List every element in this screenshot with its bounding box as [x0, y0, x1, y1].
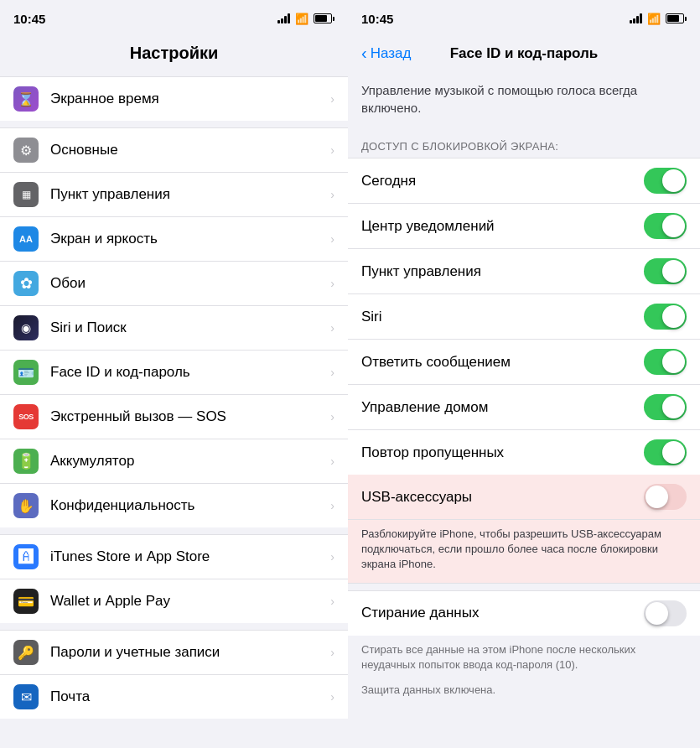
right-signal-icon	[630, 13, 642, 23]
toggle-notifications-label: Центр уведомлений	[361, 218, 644, 235]
toggle-siri[interactable]	[644, 304, 687, 330]
settings-item-appstore[interactable]: 🅰 iTunes Store и App Store ›	[0, 534, 348, 579]
left-status-icons: 📶	[277, 13, 334, 25]
section-screen-time: ⌛ Экранное время ›	[0, 76, 348, 121]
wallet-label: Wallet и Apple Pay	[50, 593, 324, 610]
toggle-missed-calls[interactable]	[644, 439, 687, 465]
left-panel: 10:45 📶 Настройки ⌛ Экранное вр	[0, 0, 348, 748]
settings-item-control[interactable]: ▦ Пункт управления ›	[0, 173, 348, 217]
toggle-erase[interactable]	[644, 600, 687, 626]
nav-bar: ‹ Назад Face ID и код-пароль	[361, 37, 687, 66]
chevron-icon: ›	[330, 92, 334, 106]
chevron-icon: ›	[330, 455, 334, 468]
sos-icon: SOS	[13, 404, 39, 429]
chevron-icon: ›	[330, 277, 334, 290]
settings-item-mail[interactable]: ✉ Почта ›	[0, 675, 348, 719]
toggle-today-label: Сегодня	[361, 173, 644, 190]
chevron-icon: ›	[330, 690, 334, 704]
toggle-row-erase[interactable]: Стирание данных	[348, 590, 700, 636]
settings-item-siri[interactable]: ◉ Siri и Поиск ›	[0, 306, 348, 351]
wallet-icon: 💳	[13, 589, 39, 614]
toggle-reply[interactable]	[644, 349, 687, 375]
settings-list: ⌛ Экранное время › ⚙ Основные › ▦ Пункт …	[0, 76, 348, 748]
appstore-label: iTunes Store и App Store	[50, 548, 324, 565]
wallpaper-label: Обои	[50, 275, 324, 292]
toggle-notifications[interactable]	[644, 213, 687, 239]
erase-note: Стирать все данные на этом iPhone после …	[348, 636, 700, 683]
chevron-icon: ›	[330, 366, 334, 379]
toggle-missed-calls-label: Повтор пропущенных	[361, 444, 644, 461]
chevron-icon: ›	[330, 499, 334, 512]
toggle-usb-label: USB-аксессуары	[361, 489, 644, 506]
chevron-icon: ›	[330, 410, 334, 423]
right-status-icons: 📶	[630, 13, 687, 25]
data-protection-note: Защита данных включена.	[348, 683, 700, 708]
chevron-icon: ›	[330, 188, 334, 201]
general-label: Основные	[50, 142, 324, 158]
faceid-icon: 🪪	[13, 360, 39, 385]
toggle-erase-label: Стирание данных	[361, 605, 644, 621]
toggle-row-notifications[interactable]: Центр уведомлений	[348, 204, 700, 249]
mail-icon: ✉	[13, 684, 39, 709]
toggle-control-center-label: Пункт управления	[361, 263, 644, 280]
toggle-row-siri[interactable]: Siri	[348, 294, 700, 340]
right-header: ‹ Назад Face ID и код-пароль	[348, 37, 700, 73]
battery-status-icon	[314, 13, 334, 23]
battery-icon: 🔋	[13, 449, 39, 474]
section-accounts: 🔑 Пароли и учетные записи › ✉ Почта ›	[0, 630, 348, 719]
wifi-icon: 📶	[295, 13, 309, 25]
left-page-title: Настройки	[0, 37, 348, 76]
appstore-icon: 🅰	[13, 544, 39, 569]
screen-time-icon: ⌛	[13, 86, 39, 112]
left-status-bar: 10:45 📶	[0, 0, 348, 37]
right-panel: 10:45 📶 ‹ Назад Face ID и код-	[348, 0, 700, 748]
chevron-icon: ›	[330, 143, 334, 157]
chevron-icon: ›	[330, 550, 334, 564]
voice-control-note: Управление музыкой с помощью голоса всег…	[348, 73, 700, 127]
toggle-today[interactable]	[644, 168, 687, 194]
settings-item-general[interactable]: ⚙ Основные ›	[0, 127, 348, 173]
settings-item-sos[interactable]: SOS Экстренный вызов — SOS ›	[0, 395, 348, 439]
chevron-icon: ›	[330, 321, 334, 335]
sos-label: Экстренный вызов — SOS	[50, 408, 324, 425]
screen-time-label: Экранное время	[50, 91, 324, 107]
mail-label: Почта	[50, 688, 324, 705]
toggle-row-control-center[interactable]: Пункт управления	[348, 249, 700, 294]
toggle-row-home[interactable]: Управление домом	[348, 385, 700, 430]
chevron-icon: ›	[330, 646, 334, 659]
control-label: Пункт управления	[50, 186, 324, 203]
settings-item-wallpaper[interactable]: ✿ Обои ›	[0, 262, 348, 306]
settings-item-wallet[interactable]: 💳 Wallet и Apple Pay ›	[0, 579, 348, 623]
toggle-home[interactable]	[644, 394, 687, 420]
right-status-bar: 10:45 📶	[348, 0, 700, 37]
privacy-label: Конфиденциальность	[50, 497, 324, 514]
toggle-row-missed-calls[interactable]: Повтор пропущенных	[348, 430, 700, 475]
siri-label: Siri и Поиск	[50, 319, 324, 336]
settings-item-display[interactable]: AA Экран и яркость ›	[0, 217, 348, 262]
passwords-icon: 🔑	[13, 640, 39, 665]
toggle-row-today[interactable]: Сегодня	[348, 158, 700, 204]
section-main: ⚙ Основные › ▦ Пункт управления › AA Экр…	[0, 127, 348, 527]
right-time: 10:45	[361, 12, 393, 26]
signal-icon	[277, 13, 290, 23]
toggle-control-center[interactable]	[644, 258, 687, 284]
settings-item-battery[interactable]: 🔋 Аккумулятор ›	[0, 439, 348, 484]
erase-section: Стирание данных Стирать все данные на эт…	[348, 590, 700, 709]
settings-item-screen-time[interactable]: ⌛ Экранное время ›	[0, 76, 348, 121]
right-page-title: Face ID и код-пароль	[450, 45, 599, 62]
toggle-row-reply[interactable]: Ответить сообщением	[348, 340, 700, 385]
faceid-label: Face ID и код-пароль	[50, 364, 324, 381]
toggle-usb[interactable]	[644, 484, 687, 510]
lock-screen-section-label: ДОСТУП С БЛОКИРОВКОЙ ЭКРАНА:	[348, 127, 700, 158]
toggle-row-usb[interactable]: USB-аксессуары	[348, 475, 700, 520]
settings-item-faceid[interactable]: 🪪 Face ID и код-пароль ›	[0, 351, 348, 395]
settings-item-privacy[interactable]: ✋ Конфиденциальность ›	[0, 484, 348, 527]
section-stores: 🅰 iTunes Store и App Store › 💳 Wallet и …	[0, 534, 348, 623]
right-content: Управление музыкой с помощью голоса всег…	[348, 73, 700, 748]
left-time: 10:45	[13, 12, 45, 26]
toggle-home-label: Управление домом	[361, 399, 644, 416]
back-button[interactable]: ‹ Назад	[361, 44, 411, 63]
settings-item-passwords[interactable]: 🔑 Пароли и учетные записи ›	[0, 630, 348, 675]
battery-label: Аккумулятор	[50, 453, 324, 470]
back-label: Назад	[371, 45, 412, 62]
